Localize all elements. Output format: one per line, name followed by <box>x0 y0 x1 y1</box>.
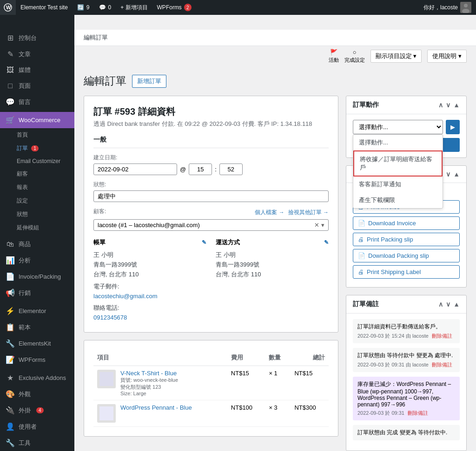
sidebar-item-pages[interactable]: □ 頁面 <box>0 78 74 94</box>
print-chevron-down-icon[interactable]: ∨ <box>446 170 450 178</box>
sidebar-item-posts[interactable]: ✎ 文章 <box>0 46 74 62</box>
delete-note-3[interactable]: 刪除備註 <box>408 410 428 416</box>
dropdown-item-select[interactable]: 選擇動作... <box>353 135 443 150</box>
activity-button[interactable]: 🚩 活動 <box>329 49 339 64</box>
at-symbol: @ <box>180 166 186 173</box>
notes-chevron-down-icon[interactable]: ∨ <box>446 301 450 308</box>
print-shipping-button[interactable]: 🖨 Print Shipping Label <box>353 265 460 279</box>
expand-icon[interactable]: ▲ <box>453 101 460 109</box>
print-shipping-icon: 🖨 <box>358 268 364 275</box>
greeting[interactable]: 你好，lacoste <box>419 2 476 13</box>
sidebar-sub-extensions[interactable]: 延伸模組 <box>0 221 74 235</box>
sidebar-item-templates[interactable]: 📋 範本 <box>0 319 74 335</box>
date-input[interactable] <box>93 163 177 175</box>
order-detail-card: 訂單 #593 詳細資料 透過 Direct bank transfer 付款.… <box>84 96 338 333</box>
new-item[interactable]: + 新增項目 <box>116 0 152 15</box>
item-2-name[interactable]: WordPress Pennant - Blue <box>120 404 192 411</box>
sidebar-item-users[interactable]: 👤 使用者 <box>0 418 74 435</box>
col-total: 總計 <box>291 350 329 366</box>
sidebar-sub-email[interactable]: Email Customizer <box>0 155 74 167</box>
general-section-title: 一般 <box>93 136 329 148</box>
sidebar-item-dashboard[interactable]: ⊞ 控制台 <box>0 30 74 46</box>
item-1-variation: 變化類型編號 123 <box>120 384 178 391</box>
clear-customer-icon[interactable]: ✕ ▾ <box>314 222 324 229</box>
sidebar-sub-customers[interactable]: 顧客 <box>0 167 74 181</box>
sidebar-item-analytics[interactable]: 📊 分析 <box>0 252 74 268</box>
pages-icon: □ <box>6 82 15 90</box>
action-go-button[interactable]: ▶ <box>446 120 460 134</box>
complete-settings-button[interactable]: ○ 完成設定 <box>344 49 365 64</box>
chevron-down-icon[interactable]: ∨ <box>446 101 450 109</box>
dropdown-item-send-invoice[interactable]: 將收據／訂單明細寄送給客戶 <box>353 150 443 176</box>
dropdown-item-resend[interactable]: 客客新訂單通知 <box>353 176 443 192</box>
sidebar-item-tools[interactable]: 🔧 工具 <box>0 435 74 451</box>
sidebar-item-comments[interactable]: 💬 留言 <box>0 94 74 110</box>
new-order-button[interactable]: 新增訂單 <box>132 75 166 88</box>
download-packing-button[interactable]: 📄 Download Packing slip <box>353 249 460 262</box>
sidebar-item-appearance[interactable]: 🎨 外觀 <box>0 386 74 402</box>
col-item: 項目 <box>93 350 227 366</box>
elementor-icon: ⚡ <box>6 307 15 315</box>
main-content: 編輯訂單 🚩 活動 ○ 完成設定 顯示項目設定 ▾ 使用說明 ▾ 編輯訂單 新增… <box>74 15 476 451</box>
customer-links: 個人檔案 → 撿視其他訂單 → <box>255 209 329 216</box>
order-meta: 透過 Direct bank transfer 付款. 在 09:22 @ 20… <box>93 120 329 128</box>
item-1-qty: × 1 <box>265 366 291 400</box>
sidebar-sub-settings[interactable]: 設定 <box>0 194 74 208</box>
invoice-icon: 📄 <box>6 272 15 281</box>
notes-expand-icon[interactable]: ▲ <box>453 301 460 308</box>
chevron-up-icon[interactable]: ∧ <box>438 101 443 109</box>
delete-note-1[interactable]: 刪除備註 <box>432 333 452 339</box>
customer-select-input[interactable]: lacoste (#1 – lacostechiu@gmail.com) ✕ ▾ <box>93 219 329 231</box>
updates-item[interactable]: 🔄 9 <box>73 0 94 15</box>
col-cost: 費用 <box>227 350 265 366</box>
time-hour-input[interactable] <box>189 163 212 175</box>
download-invoice-button[interactable]: 📄 Download Invoice <box>353 216 460 230</box>
sidebar-item-elementskit[interactable]: 🔧 ElementsKit <box>0 335 74 352</box>
sidebar-item-plugins[interactable]: 🔌 外掛 4 <box>0 402 74 418</box>
sidebar-item-exclusive-addons[interactable]: ★ Exclusive Addons <box>0 370 74 386</box>
item-1-name[interactable]: V-Neck T-Shirt - Blue <box>120 370 177 377</box>
sidebar-item-products[interactable]: 🛍 商品 <box>0 236 74 252</box>
dropdown-item-regen[interactable]: 產生下載欄限 <box>353 192 443 208</box>
billing-edit-icon[interactable]: ✎ <box>202 239 206 246</box>
sidebar-sub-reports[interactable]: 報表 <box>0 181 74 194</box>
print-packing-button[interactable]: 🖨 Print Packing slip <box>353 233 460 246</box>
billing-email[interactable]: lacostechiu@gmail.com <box>93 293 157 300</box>
shipping-edit-icon[interactable]: ✎ <box>324 239 329 246</box>
shipping-address: 王 小明 青島一路3999號 台灣, 台北市 110 <box>216 250 329 279</box>
print-expand-icon[interactable]: ▲ <box>453 170 460 178</box>
sidebar-item-wpforms[interactable]: 📝 WPForms <box>0 352 74 368</box>
order-notes-header: 訂單備註 ∧ ∨ ▲ <box>346 295 466 314</box>
other-orders-link[interactable]: 撿視其他訂單 → <box>288 209 329 216</box>
sidebar-sub-orders[interactable]: 訂單 1 <box>0 142 74 155</box>
wpforms-badge: 2 <box>184 4 192 11</box>
sidebar-item-marketing[interactable]: 📢 行銷 <box>0 285 74 301</box>
sidebar-item-media[interactable]: 🖼 媒體 <box>0 62 74 78</box>
customer-label: 顧客: <box>93 208 106 216</box>
time-minute-input[interactable] <box>219 163 243 175</box>
sidebar-sub-status[interactable]: 狀態 <box>0 208 74 221</box>
woo-icon: 🛒 <box>6 116 15 124</box>
sidebar-sub-home[interactable]: 首頁 <box>0 128 74 142</box>
sidebar-item-elementor[interactable]: ⚡ Elementor <box>0 303 74 319</box>
analytics-icon: 📊 <box>6 256 15 265</box>
wp-logo[interactable]: W <box>0 0 16 15</box>
billing-phone[interactable]: 0912345678 <box>93 314 127 321</box>
plugins-badge: 4 <box>36 407 44 413</box>
help-button[interactable]: 使用說明 ▾ <box>427 50 467 63</box>
status-select[interactable]: 處理中 <box>93 190 329 202</box>
site-name[interactable]: Elementor Test site <box>16 0 73 15</box>
note-item-2: 訂單狀態由 等待付款中 變更為 處理中. 2022-09-03 於 09:31 … <box>353 348 460 372</box>
delete-note-2[interactable]: 刪除備註 <box>432 362 452 367</box>
date-row: 建立日期: @ : <box>93 154 329 175</box>
show-items-settings-button[interactable]: 顯示項目設定 ▾ <box>370 50 422 63</box>
profile-link[interactable]: 個人檔案 → <box>255 209 284 216</box>
action-select[interactable]: 選擇動作... <box>353 120 443 134</box>
order-notes-body: 訂單詳細資料已手動傳送給客戶。 2022-09-03 於 15:24 由 lac… <box>346 314 466 451</box>
wpforms-item[interactable]: WPForms 2 <box>152 0 196 15</box>
notes-chevron-up-icon[interactable]: ∧ <box>438 301 443 308</box>
comments-item[interactable]: 💬 0 <box>94 0 116 15</box>
sidebar-item-woocommerce[interactable]: 🛒 WooCommerce <box>0 112 74 128</box>
sidebar-item-invoice[interactable]: 📄 Invoice/Packing <box>0 268 74 285</box>
status-row: 狀態: 處理中 <box>93 181 329 202</box>
